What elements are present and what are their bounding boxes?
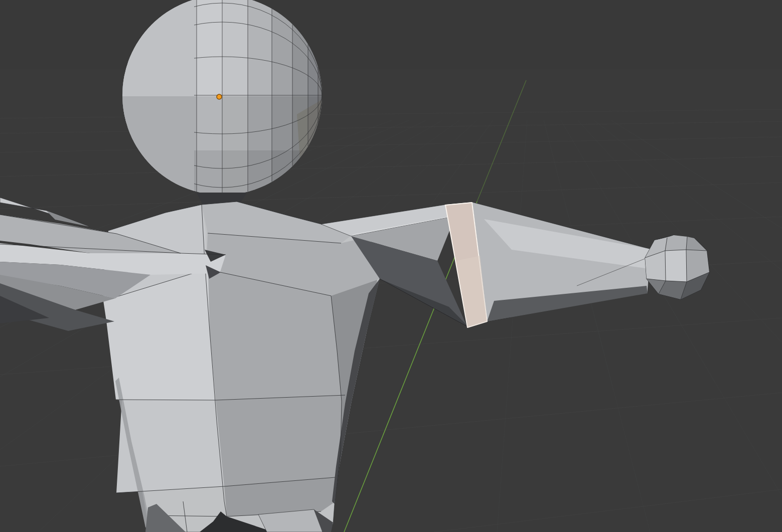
sky-above-horizon (0, 0, 782, 69)
torso-right-row4[interactable] (216, 395, 345, 486)
ball-facet-mid-center[interactable] (665, 250, 687, 282)
blender-viewport[interactable] (0, 0, 782, 532)
ball-facet-top-mid[interactable] (665, 235, 687, 251)
viewport-canvas[interactable] (0, 0, 782, 532)
object-origin-dot[interactable] (217, 94, 222, 99)
